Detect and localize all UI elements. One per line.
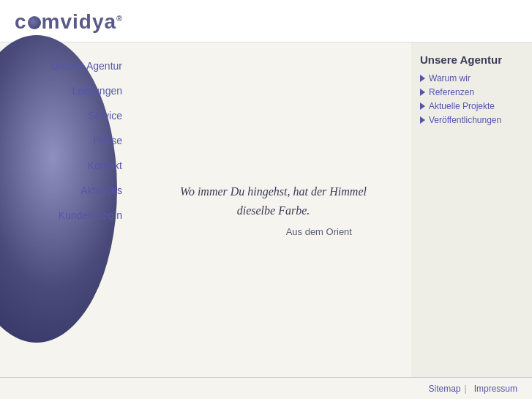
nav-item-service[interactable]: Service [7, 103, 135, 128]
sidebar: Unsere Agentur Leistungen Service Preise… [0, 42, 135, 377]
logo-o1 [28, 16, 41, 29]
nav-menu: Unsere Agentur Leistungen Service Preise… [0, 42, 135, 228]
main-layout: Unsere Agentur Leistungen Service Preise… [0, 42, 532, 377]
right-nav-link[interactable]: Aktuelle Projekte [429, 101, 495, 111]
right-nav-item: Referenzen [420, 87, 523, 97]
nav-item-kunden-login[interactable]: Kunden-Login [7, 203, 135, 228]
footer: Sitemap | Impressum [0, 377, 532, 399]
footer-sitemap-link[interactable]: Sitemap [429, 384, 461, 394]
footer-divider: | [465, 384, 467, 394]
logo-registered: ® [116, 13, 123, 22]
header: cmvidya® [0, 0, 532, 42]
right-sidebar: Unsere Agentur Warum wirReferenzenAktuel… [411, 42, 532, 377]
arrow-icon [420, 75, 425, 82]
nav-item-leistungen[interactable]: Leistungen [7, 78, 135, 103]
right-nav-link[interactable]: Referenzen [429, 87, 474, 97]
footer-impressum-link[interactable]: Impressum [474, 384, 517, 394]
arrow-icon [420, 116, 425, 124]
quote-source: Aus dem Orient [180, 226, 367, 237]
right-nav-link[interactable]: Veröffentlichungen [429, 115, 501, 125]
quote-container: Wo immer Du hingehst, hat der Himmel die… [180, 182, 367, 236]
logo: cmvidya® [15, 10, 123, 34]
nav-item-kontakt[interactable]: Kontakt [7, 153, 135, 178]
right-nav-item: Veröffentlichungen [420, 115, 523, 125]
main-content: Wo immer Du hingehst, hat der Himmel die… [135, 42, 411, 377]
quote-line1: Wo immer Du hingehst, hat der Himmel [180, 185, 367, 198]
right-nav-items: Warum wirReferenzenAktuelle ProjekteVerö… [420, 73, 523, 125]
arrow-icon [420, 102, 425, 110]
quote-text: Wo immer Du hingehst, hat der Himmel die… [180, 182, 367, 220]
nav-item-preise[interactable]: Preise [7, 128, 135, 153]
right-nav-item: Aktuelle Projekte [420, 101, 523, 111]
right-nav-link[interactable]: Warum wir [429, 73, 471, 83]
nav-item-unsere-agentur[interactable]: Unsere Agentur [7, 53, 135, 78]
right-sidebar-title: Unsere Agentur [420, 53, 523, 66]
right-nav-item: Warum wir [420, 73, 523, 83]
arrow-icon [420, 89, 425, 96]
nav-item-aktuelles[interactable]: Aktuelles [7, 178, 135, 203]
logo-text: cmvidya® [15, 10, 123, 33]
quote-line2: dieselbe Farbe. [237, 204, 310, 217]
